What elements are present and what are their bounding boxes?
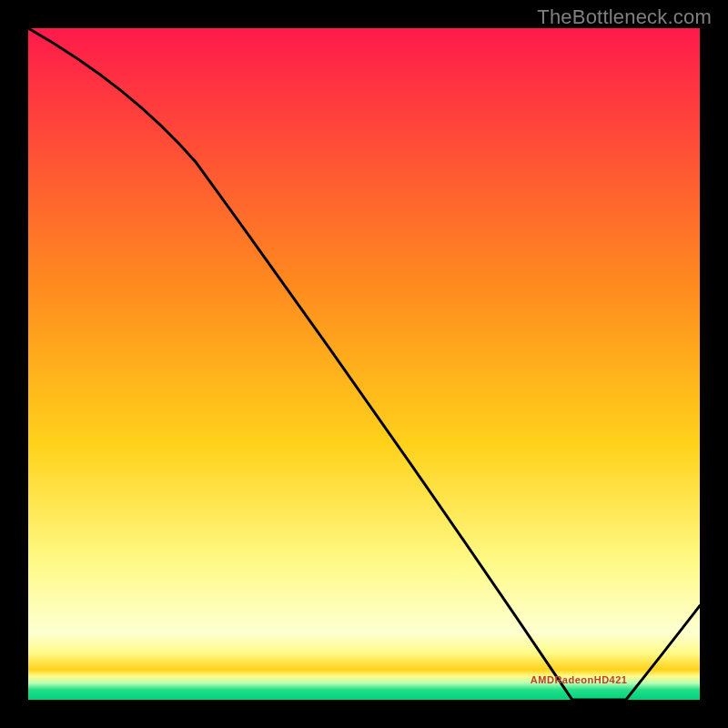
chart-container: TheBottleneck.com AMDRadeonHD421: [0, 0, 728, 728]
watermark-text: TheBottleneck.com: [537, 5, 712, 29]
plot-background: [28, 28, 700, 700]
bottleneck-chart: AMDRadeonHD421: [0, 0, 728, 728]
x-axis-marker-label: AMDRadeonHD421: [531, 674, 628, 685]
